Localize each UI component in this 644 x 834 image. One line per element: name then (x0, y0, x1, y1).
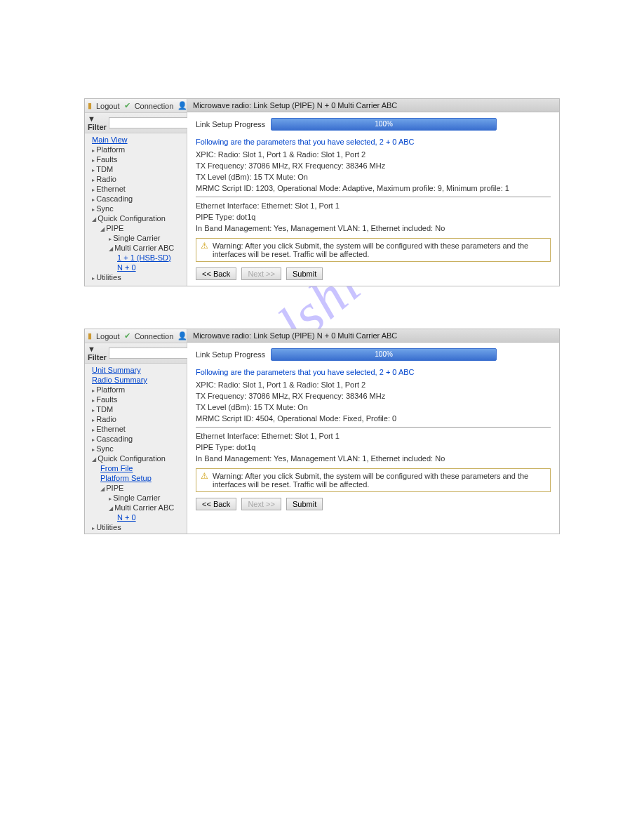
tree-radio-summary[interactable]: Radio Summary (92, 376, 147, 384)
next-button: Next >> (241, 498, 281, 510)
divider (196, 427, 551, 428)
tree-tdm[interactable]: TDM (85, 404, 187, 414)
page-title: Microwave radio: Link Setup (PIPE) N + 0… (187, 329, 559, 343)
nav-tree: Unit Summary Radio Summary Platform Faul… (85, 364, 187, 534)
warning-box: ⚠ Warning: After you click Submit, the s… (196, 468, 551, 492)
tree-sync[interactable]: Sync (85, 204, 187, 213)
tree-tdm[interactable]: TDM (85, 164, 187, 174)
param-pipetype: PIPE Type: dot1q (196, 213, 551, 221)
param-mrmc: MRMC Script ID: 4504, Operational Mode: … (196, 414, 551, 423)
tree-sync[interactable]: Sync (85, 444, 187, 454)
filter-label: ▼ Filter (88, 114, 107, 131)
tree-platform-setup[interactable]: Platform Setup (100, 474, 152, 482)
tree-faults[interactable]: Faults (85, 395, 187, 404)
param-ethif: Ethernet Interface: Ethernet: Slot 1, Po… (196, 432, 551, 440)
tree-ethernet[interactable]: Ethernet (85, 184, 187, 194)
param-inband: In Band Management: Yes, Management VLAN… (196, 454, 551, 463)
tree-utilities[interactable]: Utilities (85, 272, 187, 282)
tree-utilities[interactable]: Utilities (85, 522, 187, 532)
tree-from-file[interactable]: From File (100, 464, 133, 472)
tree-cascading[interactable]: Cascading (85, 194, 187, 204)
tree-faults[interactable]: Faults (85, 154, 187, 164)
tree-radio[interactable]: Radio (85, 174, 187, 184)
panel-1: ▮ Logout ✔ Connection 👤 Admin ▼ Filter x… (84, 98, 560, 286)
sidebar: ▮ Logout ✔ Connection 👤 Admin ▼ Filter x… (85, 329, 187, 534)
tree-hsb[interactable]: 1 + 1 (HSB-SD) (117, 253, 171, 262)
filter-label: ▼ Filter (88, 345, 107, 362)
param-txfreq: TX Frequency: 37086 MHz, RX Frequency: 3… (196, 161, 551, 170)
logout-link[interactable]: Logout (96, 102, 120, 110)
param-pipetype: PIPE Type: dot1q (196, 443, 551, 451)
tree-ethernet[interactable]: Ethernet (85, 424, 187, 434)
logout-link[interactable]: Logout (96, 332, 120, 340)
selected-header: Following are the parameters that you ha… (196, 138, 551, 146)
tree-main-view[interactable]: Main View (92, 135, 128, 144)
connection-icon: ✔ (124, 331, 130, 340)
warning-text: Warning: After you click Submit, the sys… (213, 241, 546, 258)
admin-icon: 👤 (177, 101, 187, 110)
param-inband: In Band Management: Yes, Management VLAN… (196, 224, 551, 232)
tree-platform[interactable]: Platform (85, 145, 187, 154)
sidebar: ▮ Logout ✔ Connection 👤 Admin ▼ Filter x… (85, 99, 187, 286)
param-txfreq: TX Frequency: 37086 MHz, RX Frequency: 3… (196, 392, 551, 400)
param-txlevel: TX Level (dBm): 15 TX Mute: On (196, 173, 551, 181)
progress-label: Link Setup Progress (196, 120, 265, 128)
next-button: Next >> (241, 267, 281, 280)
tree-quick[interactable]: Quick Configuration (85, 454, 187, 463)
main-content: Microwave radio: Link Setup (PIPE) N + 0… (187, 99, 559, 286)
progress-bar: 100% (271, 118, 497, 131)
main-content: Microwave radio: Link Setup (PIPE) N + 0… (187, 329, 559, 534)
progress-bar: 100% (271, 348, 497, 361)
back-button[interactable]: << Back (196, 267, 236, 280)
submit-button[interactable]: Submit (286, 498, 323, 510)
topbar: ▮ Logout ✔ Connection 👤 Admin (85, 99, 187, 113)
selected-header: Following are the parameters that you ha… (196, 368, 551, 376)
warning-icon: ⚠ (201, 472, 208, 480)
param-txlevel: TX Level (dBm): 15 TX Mute: On (196, 403, 551, 411)
tree-n0[interactable]: N + 0 (117, 513, 136, 522)
tree-multi[interactable]: Multi Carrier ABC (85, 503, 187, 512)
filter-row: ▼ Filter x (85, 113, 187, 133)
warning-icon: ⚠ (201, 241, 208, 250)
nav-tree: Main View Platform Faults TDM Radio Ethe… (85, 133, 187, 284)
connection-link[interactable]: Connection (135, 332, 174, 340)
tree-pipe[interactable]: PIPE (85, 483, 187, 493)
tree-pipe[interactable]: PIPE (85, 223, 187, 233)
logout-icon: ▮ (88, 101, 92, 110)
param-xpic: XPIC: Radio: Slot 1, Port 1 & Radio: Slo… (196, 380, 551, 389)
tree-single[interactable]: Single Carrier (85, 493, 187, 503)
tree-cascading[interactable]: Cascading (85, 434, 187, 444)
divider (196, 197, 551, 197)
connection-icon: ✔ (124, 101, 130, 110)
logout-icon: ▮ (88, 331, 92, 340)
tree-platform[interactable]: Platform (85, 385, 187, 395)
param-mrmc: MRMC Script ID: 1203, Operational Mode: … (196, 184, 551, 192)
warning-text: Warning: After you click Submit, the sys… (213, 472, 546, 489)
warning-box: ⚠ Warning: After you click Submit, the s… (196, 238, 551, 262)
connection-link[interactable]: Connection (135, 102, 174, 110)
progress-label: Link Setup Progress (196, 350, 265, 359)
admin-icon: 👤 (177, 331, 187, 340)
tree-unit-summary[interactable]: Unit Summary (92, 366, 141, 374)
tree-multi[interactable]: Multi Carrier ABC (85, 243, 187, 253)
tree-quick[interactable]: Quick Configuration (85, 213, 187, 223)
param-xpic: XPIC: Radio: Slot 1, Port 1 & Radio: Slo… (196, 150, 551, 159)
panel-2: ▮ Logout ✔ Connection 👤 Admin ▼ Filter x… (84, 329, 560, 534)
tree-n0[interactable]: N + 0 (117, 263, 136, 272)
tree-single[interactable]: Single Carrier (85, 233, 187, 243)
tree-radio[interactable]: Radio (85, 414, 187, 424)
submit-button[interactable]: Submit (286, 267, 323, 280)
back-button[interactable]: << Back (196, 498, 236, 510)
filter-row: ▼ Filter x (85, 343, 187, 364)
page-title: Microwave radio: Link Setup (PIPE) N + 0… (187, 99, 559, 112)
param-ethif: Ethernet Interface: Ethernet: Slot 1, Po… (196, 201, 551, 210)
topbar: ▮ Logout ✔ Connection 👤 Admin (85, 329, 187, 343)
